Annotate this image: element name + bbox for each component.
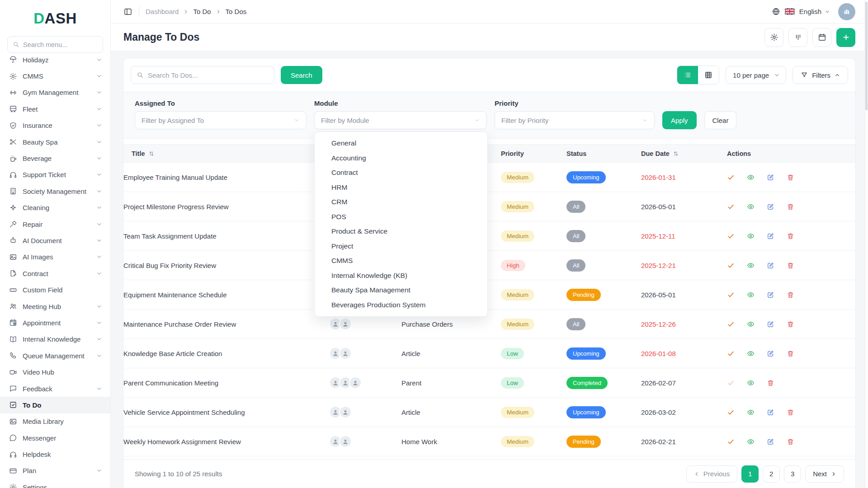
sidebar-item-media-library[interactable]: Media Library	[0, 413, 110, 430]
sidebar-item-gym-management[interactable]: Gym Management	[0, 84, 110, 101]
todo-search-input[interactable]	[148, 71, 269, 79]
trash-action-icon[interactable]	[787, 203, 794, 211]
eye-action-icon[interactable]	[747, 291, 755, 299]
calendar-button[interactable]	[812, 28, 831, 47]
breadcrumb-to-do[interactable]: To Do	[193, 8, 211, 15]
module-option-contract[interactable]: Contract	[315, 165, 487, 180]
sidebar-item-settings[interactable]: Settings	[0, 479, 110, 488]
previous-page-button[interactable]: Previous	[686, 465, 737, 483]
sidebar-item-contract[interactable]: Contract	[0, 265, 110, 282]
edit-action-icon[interactable]	[767, 174, 774, 181]
eye-action-icon[interactable]	[747, 379, 755, 387]
edit-action-icon[interactable]	[767, 320, 774, 328]
check-action-icon[interactable]	[727, 174, 735, 181]
trash-action-icon[interactable]	[787, 408, 794, 416]
column-header-title[interactable]: Title	[123, 145, 329, 163]
sort-icon[interactable]	[148, 150, 155, 157]
eye-action-icon[interactable]	[747, 320, 755, 328]
module-option-project[interactable]: Project	[315, 239, 487, 254]
page-button-1[interactable]: 1	[741, 465, 759, 483]
kanban-button[interactable]	[788, 28, 807, 47]
sidebar-item-society-management[interactable]: Society Management	[0, 183, 110, 199]
page-scrollbar[interactable]	[864, 0, 868, 488]
trash-action-icon[interactable]	[787, 350, 794, 357]
sidebar-item-repair[interactable]: Repair	[0, 216, 110, 232]
module-option-cmms[interactable]: CMMS	[315, 253, 487, 268]
priority-select[interactable]: Filter by Priority	[495, 111, 655, 129]
module-option-crm[interactable]: CRM	[315, 195, 487, 210]
sidebar-item-support-ticket[interactable]: Support Ticket	[0, 167, 110, 183]
assigned-to-select[interactable]: Filter by Assigned To	[135, 111, 307, 129]
sidebar-item-fleet[interactable]: Fleet	[0, 101, 110, 117]
trash-action-icon[interactable]	[787, 438, 794, 446]
trash-action-icon[interactable]	[787, 262, 794, 269]
trash-action-icon[interactable]	[787, 232, 794, 240]
add-todo-button[interactable]	[836, 28, 855, 47]
eye-action-icon[interactable]	[747, 350, 755, 357]
sidebar-item-custom-field[interactable]: Custom Field	[0, 282, 110, 298]
trash-action-icon[interactable]	[767, 379, 774, 387]
per-page-select[interactable]: 10 per page	[726, 66, 786, 84]
edit-action-icon[interactable]	[767, 408, 774, 416]
breadcrumb-dashboard[interactable]: Dashboard	[146, 8, 179, 15]
sidebar-item-ai-images[interactable]: AI Images	[0, 249, 110, 265]
globe-icon[interactable]	[772, 7, 780, 16]
edit-action-icon[interactable]	[767, 350, 774, 357]
page-button-2[interactable]: 2	[763, 465, 780, 483]
grid-view-button[interactable]	[698, 66, 719, 84]
module-option-pos[interactable]: POS	[315, 210, 487, 225]
eye-action-icon[interactable]	[747, 408, 755, 416]
edit-action-icon[interactable]	[767, 262, 774, 269]
check-action-icon[interactable]	[727, 438, 735, 446]
check-action-icon[interactable]	[727, 408, 735, 416]
search-button[interactable]: Search	[281, 66, 322, 84]
sidebar-item-helpdesk[interactable]: Helpdesk	[0, 446, 110, 462]
eye-action-icon[interactable]	[747, 262, 755, 269]
sidebar-item-beverage[interactable]: Beverage	[0, 150, 110, 166]
check-action-icon[interactable]	[727, 379, 735, 387]
check-action-icon[interactable]	[727, 320, 735, 328]
sidebar-search[interactable]	[7, 36, 103, 53]
sidebar-item-to-do[interactable]: To Do	[0, 397, 110, 413]
eye-action-icon[interactable]	[747, 174, 755, 181]
trash-action-icon[interactable]	[787, 320, 794, 328]
apply-button[interactable]: Apply	[662, 111, 697, 129]
sidebar-item-messenger[interactable]: Messenger	[0, 430, 110, 446]
todo-search[interactable]	[131, 66, 274, 84]
check-action-icon[interactable]	[727, 291, 735, 299]
sidebar-item-feedback[interactable]: Feedback	[0, 380, 110, 397]
column-header-due-date[interactable]: Due Date	[641, 145, 727, 163]
sidebar-item-appointment[interactable]: Appointment	[0, 314, 110, 331]
module-option-beauty-spa-management[interactable]: Beauty Spa Management	[315, 283, 487, 298]
module-option-internal-knowledge-kb[interactable]: Internal Knowledge (KB)	[315, 268, 487, 283]
edit-action-icon[interactable]	[767, 291, 774, 299]
trash-action-icon[interactable]	[787, 174, 794, 181]
settings-button[interactable]	[764, 28, 783, 47]
module-option-general[interactable]: General	[315, 136, 487, 151]
sort-icon[interactable]	[673, 150, 679, 157]
eye-action-icon[interactable]	[747, 232, 755, 240]
user-avatar[interactable]	[838, 3, 855, 20]
module-option-hrm[interactable]: HRM	[315, 180, 487, 195]
app-logo[interactable]: DASH	[0, 0, 110, 33]
module-option-product-service[interactable]: Product & Service	[315, 224, 487, 239]
scrollbar-thumb[interactable]	[865, 2, 868, 110]
filters-button[interactable]: Filters	[793, 66, 848, 84]
module-option-beverages-production-system[interactable]: Beverages Production System	[315, 298, 487, 313]
edit-action-icon[interactable]	[767, 203, 774, 211]
check-action-icon[interactable]	[727, 350, 735, 357]
language-selector[interactable]: English	[799, 8, 830, 15]
trash-action-icon[interactable]	[787, 291, 794, 299]
check-action-icon[interactable]	[727, 232, 735, 240]
sidebar-toggle-icon[interactable]	[123, 7, 132, 16]
sidebar-item-insurance[interactable]: Insurance	[0, 117, 110, 134]
sidebar-item-cmms[interactable]: CMMS	[0, 68, 110, 84]
sidebar-item-queue-management[interactable]: Queue Management	[0, 347, 110, 364]
check-action-icon[interactable]	[727, 262, 735, 269]
eye-action-icon[interactable]	[747, 203, 755, 211]
clear-button[interactable]: Clear	[704, 111, 737, 129]
sidebar-item-plan[interactable]: Plan	[0, 463, 110, 479]
edit-action-icon[interactable]	[767, 232, 774, 240]
sidebar-search-input[interactable]	[23, 41, 108, 48]
module-option-accounting[interactable]: Accounting	[315, 151, 487, 166]
